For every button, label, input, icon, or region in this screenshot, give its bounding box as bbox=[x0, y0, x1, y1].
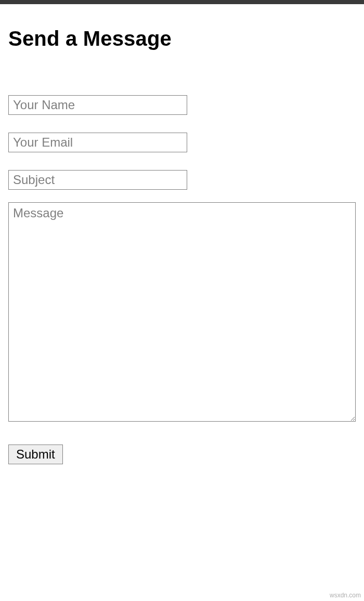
contact-form: Submit bbox=[8, 95, 356, 464]
subject-input[interactable] bbox=[8, 170, 187, 190]
email-input[interactable] bbox=[8, 133, 187, 152]
submit-button[interactable]: Submit bbox=[8, 445, 63, 464]
message-textarea[interactable] bbox=[8, 202, 356, 422]
content-area: Send a Message Submit bbox=[0, 4, 364, 464]
page-title: Send a Message bbox=[8, 27, 356, 50]
name-input[interactable] bbox=[8, 95, 187, 115]
watermark-text: wsxdn.com bbox=[330, 592, 361, 599]
top-bar bbox=[0, 0, 364, 4]
